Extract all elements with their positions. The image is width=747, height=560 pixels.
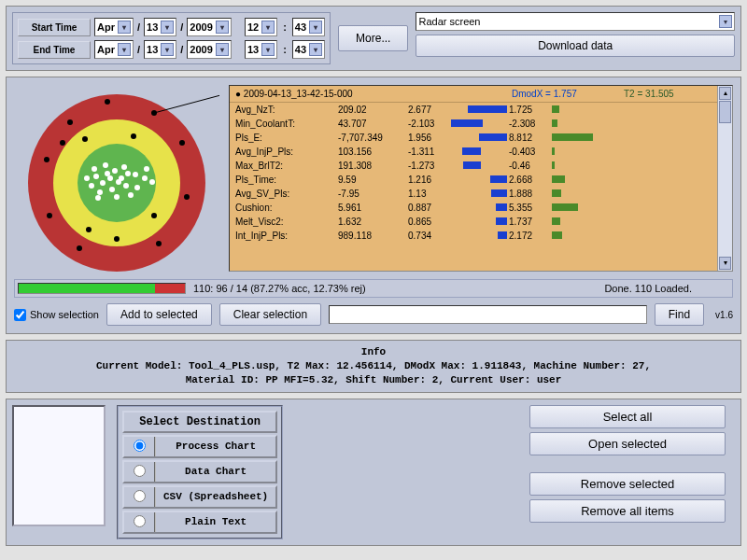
destination-option[interactable]: Process Chart	[122, 435, 277, 458]
remove-all-button[interactable]: Remove all items	[529, 499, 726, 523]
svg-point-20	[144, 166, 149, 172]
svg-point-31	[47, 213, 52, 218]
chevron-down-icon: ▾	[216, 21, 229, 34]
svg-point-22	[84, 175, 90, 181]
svg-point-4	[112, 168, 118, 174]
svg-point-6	[100, 180, 106, 186]
end-year-select[interactable]: 2009▾	[187, 40, 231, 59]
svg-point-23	[116, 179, 121, 185]
more-button[interactable]: More...	[338, 25, 408, 51]
chevron-down-icon: ▾	[118, 21, 131, 34]
start-min-select[interactable]: 43▾	[292, 18, 325, 36]
table-row[interactable]: Avg_SV_Pls:-7.951.131.888	[230, 187, 732, 201]
svg-point-37	[86, 227, 92, 232]
svg-point-35	[179, 140, 185, 146]
svg-point-25	[125, 171, 131, 176]
scroll-up-icon[interactable]: ▴	[719, 87, 731, 100]
chevron-down-icon: ▾	[118, 43, 131, 56]
selected-timestamp: 2009-04-13_13-42-15-000	[244, 89, 353, 99]
destination-radio[interactable]	[134, 515, 146, 527]
radar-plot[interactable]	[14, 85, 219, 272]
svg-point-32	[77, 245, 82, 251]
remove-selected-button[interactable]: Remove selected	[529, 472, 726, 496]
svg-point-41	[151, 213, 157, 218]
table-row[interactable]: Max_BrlT2:191.308-1.273-0.46	[230, 159, 732, 173]
svg-point-10	[93, 174, 99, 179]
table-row[interactable]: Melt_Visc2:1.6320.8651.737	[230, 215, 732, 229]
destination-header: Select Destination	[122, 411, 277, 433]
destination-radio[interactable]	[134, 465, 146, 477]
chevron-down-icon: ▾	[161, 21, 174, 34]
destination-radio[interactable]	[134, 490, 146, 502]
svg-point-39	[82, 136, 88, 142]
table-row[interactable]: Cushion:5.9610.8875.355	[230, 201, 732, 215]
svg-point-34	[184, 194, 190, 200]
version-label: v1.6	[712, 310, 733, 320]
svg-point-30	[44, 157, 49, 162]
svg-point-19	[92, 166, 97, 172]
find-input[interactable]	[329, 305, 647, 324]
chevron-down-icon: ▾	[216, 43, 229, 56]
table-row[interactable]: Min_CoolantT:43.707-2.103-2.308	[230, 117, 732, 131]
start-day-select[interactable]: 13▾	[144, 18, 176, 36]
destination-radio[interactable]	[134, 440, 146, 452]
download-data-button[interactable]: Download data	[416, 35, 735, 57]
svg-point-17	[128, 192, 134, 198]
start-month-select[interactable]: Apr▾	[94, 18, 134, 36]
end-month-select[interactable]: Apr▾	[94, 40, 134, 59]
svg-point-18	[103, 162, 108, 168]
scroll-thumb[interactable]	[719, 101, 731, 123]
end-day-select[interactable]: 13▾	[144, 40, 176, 59]
chevron-down-icon: ▾	[161, 43, 174, 56]
svg-point-15	[89, 183, 94, 189]
selected-list[interactable]	[12, 405, 106, 526]
chevron-down-icon: ▾	[261, 21, 275, 34]
end-min-select[interactable]: 43▾	[292, 40, 325, 59]
svg-point-8	[109, 187, 115, 192]
start-hour-select[interactable]: 12▾	[245, 18, 277, 36]
clear-selection-button[interactable]: Clear selection	[219, 303, 321, 326]
destination-panel: Select Destination Process ChartData Cha…	[117, 405, 283, 539]
svg-point-12	[134, 185, 140, 190]
svg-point-24	[107, 175, 113, 181]
svg-line-42	[154, 94, 219, 113]
select-all-button[interactable]: Select all	[529, 405, 726, 428]
table-scrollbar[interactable]: ▴ ▾	[717, 86, 732, 271]
chevron-down-icon: ▾	[309, 21, 322, 34]
table-row[interactable]: Avg_InjP_Pls:103.156-1.311-0.403	[230, 145, 732, 159]
svg-point-26	[95, 195, 101, 201]
loaded-status: Done. 110 Loaded.	[604, 283, 729, 294]
start-time-label: Start Time	[18, 19, 91, 36]
progress-text: 110: 96 / 14 (87.27% acc, 12.73% rej)	[193, 283, 366, 294]
dmodx-header: DmodX = 1.757	[512, 89, 624, 99]
show-selection-checkbox[interactable]: Show selection	[14, 309, 99, 321]
add-to-selected-button[interactable]: Add to selected	[106, 303, 212, 326]
svg-point-7	[123, 183, 129, 189]
variable-table: ● 2009-04-13_13-42-15-000 DmodX = 1.757 …	[229, 85, 733, 272]
destination-option[interactable]: Plain Text	[122, 511, 277, 534]
chevron-down-icon: ▾	[261, 43, 275, 56]
chevron-down-icon: ▾	[719, 15, 732, 28]
table-row[interactable]: Int_InjP_Pls:989.1180.7342.172	[230, 229, 732, 243]
info-panel: Info Current Model: Tool_4_PLS.usp, T2 M…	[6, 340, 741, 393]
t2-header: T2 = 31.505	[624, 89, 726, 99]
svg-point-36	[60, 140, 65, 146]
destination-option[interactable]: Data Chart	[122, 460, 277, 483]
destination-option[interactable]: CSV (Spreadsheet)	[122, 485, 277, 509]
open-selected-button[interactable]: Open selected	[529, 432, 726, 455]
start-year-select[interactable]: 2009▾	[187, 18, 231, 36]
table-row[interactable]: Avg_NzT:209.022.6771.725	[230, 103, 732, 117]
scroll-down-icon[interactable]: ▾	[719, 257, 731, 270]
svg-point-27	[67, 119, 73, 125]
svg-point-28	[105, 99, 110, 105]
find-button[interactable]: Find	[655, 303, 704, 326]
svg-point-11	[121, 164, 127, 170]
svg-point-3	[105, 171, 110, 176]
view-select[interactable]: Radar screen▾	[416, 12, 735, 31]
table-row[interactable]: Pls_Time:9.591.2162.668	[230, 173, 732, 187]
table-row[interactable]: Pls_E:-7,707.3491.9568.812	[230, 131, 732, 145]
info-title: Info	[16, 345, 731, 359]
svg-point-16	[114, 194, 120, 200]
svg-point-13	[97, 189, 103, 195]
end-hour-select[interactable]: 13▾	[245, 40, 277, 59]
